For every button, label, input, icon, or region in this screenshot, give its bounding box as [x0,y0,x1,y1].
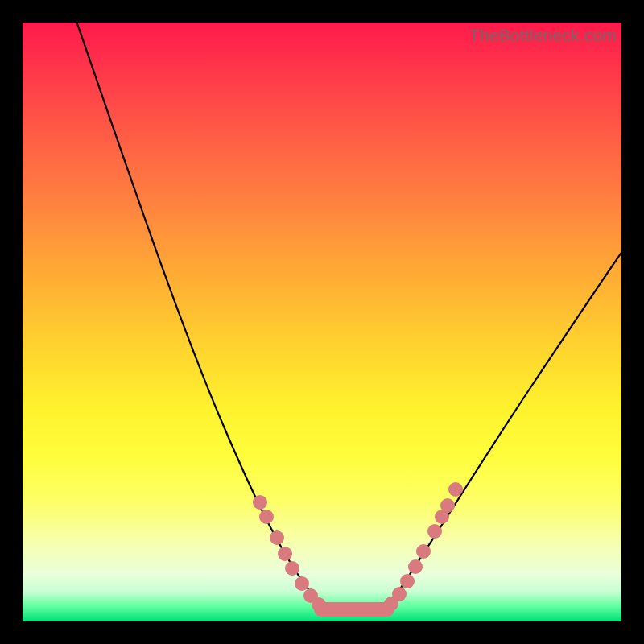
flat-bottom-bar [314,602,394,617]
dot [427,524,442,539]
dot [312,597,326,612]
dot [392,587,407,601]
dot [270,530,284,545]
left-dots [253,495,326,612]
dot [278,547,292,561]
dot [285,561,299,576]
dot [408,559,423,574]
frame: TheBottleneck.com [0,0,644,644]
dot [259,510,274,524]
dot [448,482,463,497]
dot [253,495,267,510]
right-dots [384,482,463,611]
dot [416,544,431,559]
dot [295,576,309,591]
dot [400,574,415,588]
dot [440,498,455,513]
chart-svg [23,23,621,621]
curve-left [74,23,322,605]
plot-area: TheBottleneck.com [23,23,621,621]
watermark: TheBottleneck.com [469,26,617,45]
